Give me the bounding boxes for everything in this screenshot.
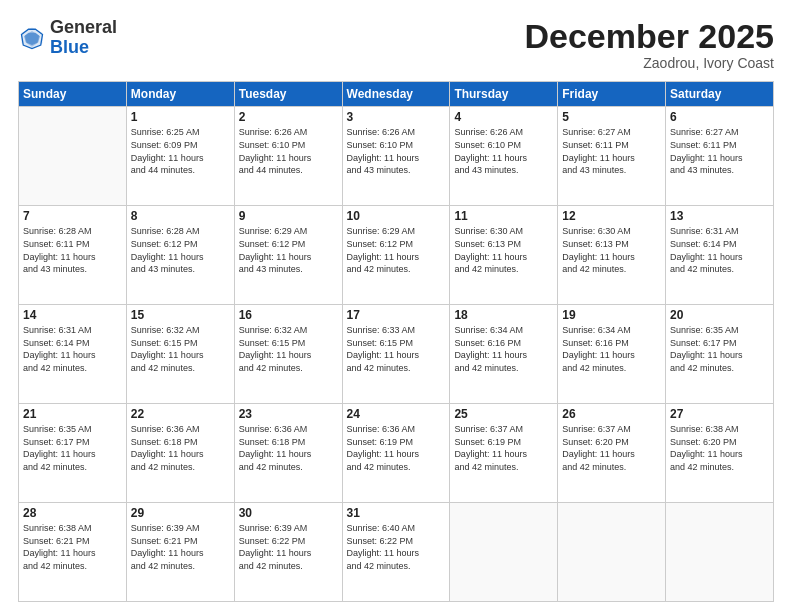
subtitle: Zaodrou, Ivory Coast <box>524 55 774 71</box>
table-row: 5Sunrise: 6:27 AM Sunset: 6:11 PM Daylig… <box>558 107 666 206</box>
day-info: Sunrise: 6:34 AM Sunset: 6:16 PM Dayligh… <box>454 324 553 374</box>
logo-icon <box>18 24 46 52</box>
col-tuesday: Tuesday <box>234 82 342 107</box>
table-row <box>666 503 774 602</box>
table-row: 2Sunrise: 6:26 AM Sunset: 6:10 PM Daylig… <box>234 107 342 206</box>
day-number: 13 <box>670 209 769 223</box>
day-info: Sunrise: 6:28 AM Sunset: 6:11 PM Dayligh… <box>23 225 122 275</box>
day-info: Sunrise: 6:29 AM Sunset: 6:12 PM Dayligh… <box>239 225 338 275</box>
table-row: 1Sunrise: 6:25 AM Sunset: 6:09 PM Daylig… <box>126 107 234 206</box>
table-row: 29Sunrise: 6:39 AM Sunset: 6:21 PM Dayli… <box>126 503 234 602</box>
day-number: 1 <box>131 110 230 124</box>
month-title: December 2025 <box>524 18 774 55</box>
day-info: Sunrise: 6:35 AM Sunset: 6:17 PM Dayligh… <box>670 324 769 374</box>
day-number: 16 <box>239 308 338 322</box>
calendar-week-row: 28Sunrise: 6:38 AM Sunset: 6:21 PM Dayli… <box>19 503 774 602</box>
day-number: 26 <box>562 407 661 421</box>
day-number: 6 <box>670 110 769 124</box>
day-info: Sunrise: 6:26 AM Sunset: 6:10 PM Dayligh… <box>239 126 338 176</box>
day-number: 12 <box>562 209 661 223</box>
day-info: Sunrise: 6:36 AM Sunset: 6:18 PM Dayligh… <box>239 423 338 473</box>
logo-general: General <box>50 17 117 37</box>
table-row: 8Sunrise: 6:28 AM Sunset: 6:12 PM Daylig… <box>126 206 234 305</box>
day-info: Sunrise: 6:39 AM Sunset: 6:22 PM Dayligh… <box>239 522 338 572</box>
table-row: 31Sunrise: 6:40 AM Sunset: 6:22 PM Dayli… <box>342 503 450 602</box>
col-wednesday: Wednesday <box>342 82 450 107</box>
col-saturday: Saturday <box>666 82 774 107</box>
day-info: Sunrise: 6:30 AM Sunset: 6:13 PM Dayligh… <box>562 225 661 275</box>
title-block: December 2025 Zaodrou, Ivory Coast <box>524 18 774 71</box>
day-number: 17 <box>347 308 446 322</box>
table-row: 14Sunrise: 6:31 AM Sunset: 6:14 PM Dayli… <box>19 305 127 404</box>
day-info: Sunrise: 6:38 AM Sunset: 6:20 PM Dayligh… <box>670 423 769 473</box>
day-info: Sunrise: 6:33 AM Sunset: 6:15 PM Dayligh… <box>347 324 446 374</box>
day-info: Sunrise: 6:39 AM Sunset: 6:21 PM Dayligh… <box>131 522 230 572</box>
day-info: Sunrise: 6:32 AM Sunset: 6:15 PM Dayligh… <box>239 324 338 374</box>
day-number: 27 <box>670 407 769 421</box>
logo-text: General Blue <box>50 18 117 58</box>
header: General Blue December 2025 Zaodrou, Ivor… <box>18 18 774 71</box>
day-number: 20 <box>670 308 769 322</box>
table-row: 16Sunrise: 6:32 AM Sunset: 6:15 PM Dayli… <box>234 305 342 404</box>
day-number: 14 <box>23 308 122 322</box>
table-row: 20Sunrise: 6:35 AM Sunset: 6:17 PM Dayli… <box>666 305 774 404</box>
day-info: Sunrise: 6:30 AM Sunset: 6:13 PM Dayligh… <box>454 225 553 275</box>
col-monday: Monday <box>126 82 234 107</box>
table-row: 7Sunrise: 6:28 AM Sunset: 6:11 PM Daylig… <box>19 206 127 305</box>
table-row: 22Sunrise: 6:36 AM Sunset: 6:18 PM Dayli… <box>126 404 234 503</box>
day-number: 24 <box>347 407 446 421</box>
day-info: Sunrise: 6:31 AM Sunset: 6:14 PM Dayligh… <box>670 225 769 275</box>
day-info: Sunrise: 6:32 AM Sunset: 6:15 PM Dayligh… <box>131 324 230 374</box>
col-thursday: Thursday <box>450 82 558 107</box>
day-info: Sunrise: 6:35 AM Sunset: 6:17 PM Dayligh… <box>23 423 122 473</box>
table-row: 23Sunrise: 6:36 AM Sunset: 6:18 PM Dayli… <box>234 404 342 503</box>
calendar-week-row: 7Sunrise: 6:28 AM Sunset: 6:11 PM Daylig… <box>19 206 774 305</box>
day-number: 31 <box>347 506 446 520</box>
table-row <box>19 107 127 206</box>
day-number: 21 <box>23 407 122 421</box>
day-info: Sunrise: 6:40 AM Sunset: 6:22 PM Dayligh… <box>347 522 446 572</box>
table-row <box>558 503 666 602</box>
table-row: 28Sunrise: 6:38 AM Sunset: 6:21 PM Dayli… <box>19 503 127 602</box>
table-row: 24Sunrise: 6:36 AM Sunset: 6:19 PM Dayli… <box>342 404 450 503</box>
table-row: 3Sunrise: 6:26 AM Sunset: 6:10 PM Daylig… <box>342 107 450 206</box>
day-number: 4 <box>454 110 553 124</box>
day-number: 23 <box>239 407 338 421</box>
table-row: 12Sunrise: 6:30 AM Sunset: 6:13 PM Dayli… <box>558 206 666 305</box>
day-number: 9 <box>239 209 338 223</box>
table-row: 30Sunrise: 6:39 AM Sunset: 6:22 PM Dayli… <box>234 503 342 602</box>
day-number: 25 <box>454 407 553 421</box>
logo: General Blue <box>18 18 117 58</box>
day-info: Sunrise: 6:34 AM Sunset: 6:16 PM Dayligh… <box>562 324 661 374</box>
day-number: 19 <box>562 308 661 322</box>
day-number: 10 <box>347 209 446 223</box>
logo-blue: Blue <box>50 37 89 57</box>
day-number: 2 <box>239 110 338 124</box>
day-info: Sunrise: 6:25 AM Sunset: 6:09 PM Dayligh… <box>131 126 230 176</box>
col-friday: Friday <box>558 82 666 107</box>
table-row: 17Sunrise: 6:33 AM Sunset: 6:15 PM Dayli… <box>342 305 450 404</box>
table-row: 27Sunrise: 6:38 AM Sunset: 6:20 PM Dayli… <box>666 404 774 503</box>
calendar-week-row: 21Sunrise: 6:35 AM Sunset: 6:17 PM Dayli… <box>19 404 774 503</box>
table-row: 18Sunrise: 6:34 AM Sunset: 6:16 PM Dayli… <box>450 305 558 404</box>
day-info: Sunrise: 6:38 AM Sunset: 6:21 PM Dayligh… <box>23 522 122 572</box>
page: General Blue December 2025 Zaodrou, Ivor… <box>0 0 792 612</box>
day-number: 11 <box>454 209 553 223</box>
table-row: 11Sunrise: 6:30 AM Sunset: 6:13 PM Dayli… <box>450 206 558 305</box>
day-info: Sunrise: 6:29 AM Sunset: 6:12 PM Dayligh… <box>347 225 446 275</box>
table-row: 9Sunrise: 6:29 AM Sunset: 6:12 PM Daylig… <box>234 206 342 305</box>
day-number: 5 <box>562 110 661 124</box>
day-number: 18 <box>454 308 553 322</box>
day-info: Sunrise: 6:26 AM Sunset: 6:10 PM Dayligh… <box>454 126 553 176</box>
day-number: 8 <box>131 209 230 223</box>
table-row: 10Sunrise: 6:29 AM Sunset: 6:12 PM Dayli… <box>342 206 450 305</box>
day-number: 3 <box>347 110 446 124</box>
table-row: 13Sunrise: 6:31 AM Sunset: 6:14 PM Dayli… <box>666 206 774 305</box>
day-number: 22 <box>131 407 230 421</box>
day-info: Sunrise: 6:28 AM Sunset: 6:12 PM Dayligh… <box>131 225 230 275</box>
table-row: 19Sunrise: 6:34 AM Sunset: 6:16 PM Dayli… <box>558 305 666 404</box>
day-number: 15 <box>131 308 230 322</box>
day-info: Sunrise: 6:36 AM Sunset: 6:18 PM Dayligh… <box>131 423 230 473</box>
table-row <box>450 503 558 602</box>
calendar-week-row: 1Sunrise: 6:25 AM Sunset: 6:09 PM Daylig… <box>19 107 774 206</box>
